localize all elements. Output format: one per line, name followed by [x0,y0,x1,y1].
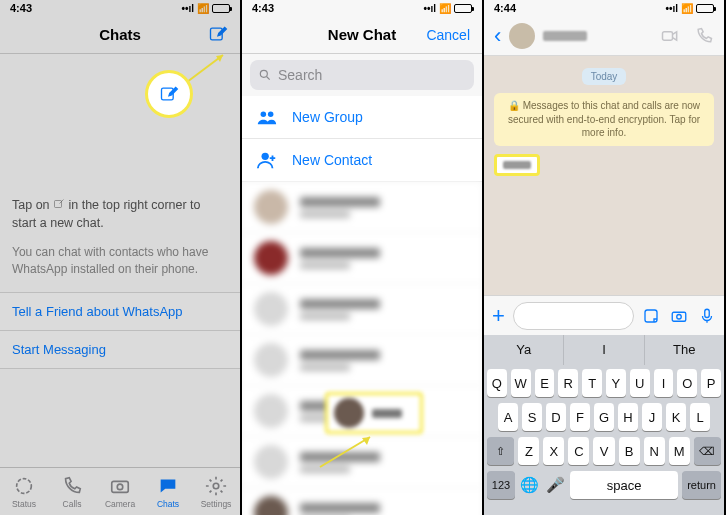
svg-point-16 [677,314,682,319]
message-bubble[interactable] [494,154,540,176]
key-a[interactable]: A [498,403,518,431]
mic-icon[interactable] [698,307,716,325]
tab-camera[interactable]: Camera [96,468,144,515]
key-z[interactable]: Z [518,437,539,465]
search-icon [258,68,272,82]
svg-point-11 [268,112,274,118]
nav-title: Chats [99,26,141,43]
key-space[interactable]: space [570,471,678,499]
tab-settings[interactable]: Settings [192,468,240,515]
list-item [242,233,482,284]
new-group-row[interactable]: New Group [242,96,482,139]
search-field[interactable]: Search [250,60,474,90]
suggestion[interactable]: The [645,335,724,365]
key-backspace[interactable]: ⌫ [694,437,721,465]
key-l[interactable]: L [690,403,710,431]
svg-point-9 [260,70,267,77]
key-dictate[interactable]: 🎤 [545,471,567,499]
video-call-icon[interactable] [660,26,680,46]
svg-point-8 [213,483,219,489]
new-group-label: New Group [292,109,363,125]
key-j[interactable]: J [642,403,662,431]
cancel-button[interactable]: Cancel [426,27,470,43]
avatar[interactable] [509,23,535,49]
key-shift[interactable]: ⇧ [487,437,514,465]
list-item [242,335,482,386]
contact-name[interactable] [543,31,587,41]
key-123[interactable]: 123 [487,471,515,499]
contact-list[interactable] [242,182,482,515]
screen-conversation: 4:44 ••ıl📶 ‹ Today 🔒 Messages to this ch… [484,0,726,515]
key-m[interactable]: M [669,437,690,465]
key-s[interactable]: S [522,403,542,431]
hint-subtext: You can chat with contacts who have What… [0,238,240,292]
key-o[interactable]: O [677,369,697,397]
compose-icon [208,24,228,44]
new-contact-label: New Contact [292,152,372,168]
suggestion[interactable]: I [564,335,644,365]
keyboard: QWERTYUIOP ASDFGHJKL ⇧ZXCVBNM⌫ 123 🌐 🎤 s… [484,365,724,515]
list-item [242,488,482,515]
status-time: 4:44 [494,2,516,14]
back-button[interactable]: ‹ [494,23,501,49]
tell-friend-link[interactable]: Tell a Friend about WhatsApp [0,292,240,330]
key-w[interactable]: W [511,369,531,397]
svg-rect-13 [663,31,673,39]
key-g[interactable]: G [594,403,614,431]
key-e[interactable]: E [535,369,555,397]
avatar [334,398,364,428]
key-i[interactable]: I [654,369,674,397]
svg-rect-15 [672,312,686,321]
encryption-notice[interactable]: 🔒 Messages to this chat and calls are no… [494,93,714,146]
status-time: 4:43 [252,2,274,14]
key-u[interactable]: U [630,369,650,397]
svg-point-12 [262,153,269,160]
key-k[interactable]: K [666,403,686,431]
status-bar: 4:43 ••ıl📶 [242,0,482,16]
suggestion[interactable]: Ya [484,335,564,365]
compose-callout [145,70,193,118]
tab-chats[interactable]: Chats [144,468,192,515]
new-contact-row[interactable]: New Contact [242,139,482,182]
key-v[interactable]: V [593,437,614,465]
camera-icon[interactable] [670,307,688,325]
key-c[interactable]: C [568,437,589,465]
tab-calls[interactable]: Calls [48,468,96,515]
list-item [242,284,482,335]
key-return[interactable]: return [682,471,721,499]
keyboard-suggestions[interactable]: Ya I The [484,335,724,365]
status-bar: 4:44 ••ıl📶 [484,0,724,16]
svg-point-7 [117,484,123,490]
attach-button[interactable]: + [492,303,505,329]
tab-status[interactable]: Status [0,468,48,515]
key-r[interactable]: R [558,369,578,397]
key-d[interactable]: D [546,403,566,431]
key-h[interactable]: H [618,403,638,431]
message-input[interactable] [513,302,634,330]
key-q[interactable]: Q [487,369,507,397]
voice-call-icon[interactable] [694,26,714,46]
svg-point-5 [17,478,32,493]
chat-body[interactable]: Today 🔒 Messages to this chat and calls … [484,56,724,295]
compose-button[interactable] [208,24,228,48]
key-b[interactable]: B [619,437,640,465]
start-messaging-link[interactable]: Start Messaging [0,330,240,369]
chat-header: ‹ [484,16,724,56]
compose-icon [159,84,179,104]
svg-rect-4 [55,201,62,208]
key-globe[interactable]: 🌐 [519,471,541,499]
key-y[interactable]: Y [606,369,626,397]
key-t[interactable]: T [582,369,602,397]
nav-title: New Chat [328,26,396,43]
selected-contact-callout [325,392,423,434]
tab-bar: Status Calls Camera Chats Settings [0,467,240,515]
search-placeholder: Search [278,67,322,83]
key-p[interactable]: P [701,369,721,397]
date-badge: Today [582,68,626,85]
nav-bar: Chats [0,16,240,54]
svg-rect-6 [112,481,129,492]
key-n[interactable]: N [644,437,665,465]
key-x[interactable]: X [543,437,564,465]
key-f[interactable]: F [570,403,590,431]
sticker-icon[interactable] [642,307,660,325]
